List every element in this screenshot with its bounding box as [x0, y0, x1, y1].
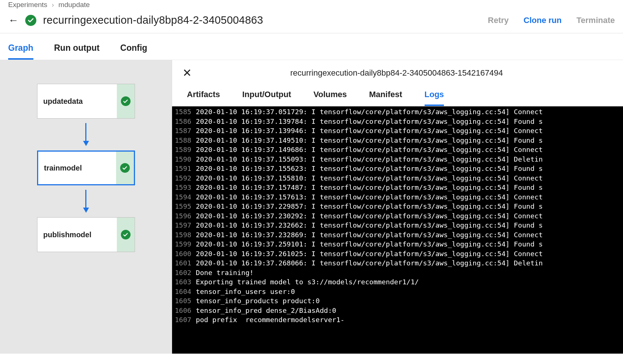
log-viewer[interactable]: 15852020-01-10 16:19:37.051729: I tensor… [172, 106, 623, 354]
log-line-number: 1588 [172, 136, 196, 145]
graph-node-updatedata[interactable]: updatedata [37, 84, 135, 119]
check-icon [121, 230, 131, 239]
log-line-number: 1599 [172, 239, 196, 249]
log-line: 15852020-01-10 16:19:37.051729: I tensor… [172, 107, 623, 117]
panel-title: recurringexecution-daily8bp84-2-34050048… [192, 68, 613, 78]
graph-node-label: trainmodel [38, 152, 116, 184]
log-line: 1607pod prefix recommendermodelserver1- [172, 315, 623, 325]
log-line-text: 2020-01-10 16:19:37.155810: I tensorflow… [196, 173, 623, 183]
log-line-text: pod prefix recommendermodelserver1- [196, 315, 623, 325]
log-line: 15922020-01-10 16:19:37.155810: I tensor… [172, 173, 623, 183]
breadcrumb: Experiments › mdupdate [8, 0, 615, 9]
log-line-number: 1603 [172, 277, 196, 287]
log-line: 1603Exporting trained model to s3://mode… [172, 277, 623, 287]
log-line: 16012020-01-10 16:19:37.268066: I tensor… [172, 258, 623, 268]
tab-run-output[interactable]: Run output [54, 43, 100, 60]
log-line: 15982020-01-10 16:19:37.232869: I tensor… [172, 230, 623, 240]
log-line-text: 2020-01-10 16:19:37.230292: I tensorflow… [196, 211, 623, 221]
log-line-text: 2020-01-10 16:19:37.157487: I tensorflow… [196, 183, 623, 192]
log-line-number: 1605 [172, 296, 196, 306]
log-line-text: Done training! [196, 268, 623, 278]
graph-node-status [117, 218, 135, 252]
log-line-text: 2020-01-10 16:19:37.232869: I tensorflow… [196, 230, 623, 240]
log-line: 15882020-01-10 16:19:37.149510: I tensor… [172, 136, 623, 145]
log-line: 15872020-01-10 16:19:37.139946: I tensor… [172, 126, 623, 136]
log-line: 1606tensor_info_pred dense_2/BiasAdd:0 [172, 306, 623, 315]
log-line: 15942020-01-10 16:19:37.157613: I tensor… [172, 192, 623, 202]
log-line: 15892020-01-10 16:19:37.149686: I tensor… [172, 145, 623, 155]
check-icon [120, 163, 130, 173]
clone-run-button[interactable]: Clone run [524, 16, 562, 25]
log-line-text: Exporting trained model to s3://models/r… [196, 277, 623, 287]
log-line: 15912020-01-10 16:19:37.155623: I tensor… [172, 164, 623, 173]
log-line-text: tensor_info_products product:0 [196, 296, 623, 306]
log-line-text: tensor_info_users user:0 [196, 287, 623, 297]
log-line-number: 1587 [172, 126, 196, 136]
log-line-number: 1604 [172, 287, 196, 297]
log-line: 16002020-01-10 16:19:37.261025: I tensor… [172, 249, 623, 259]
log-line-text: 2020-01-10 16:19:37.259101: I tensorflow… [196, 239, 623, 249]
panel-tabs: Artifacts Input/Output Volumes Manifest … [172, 82, 623, 106]
header-actions: Retry Clone run Terminate [488, 16, 615, 25]
log-line-number: 1586 [172, 117, 196, 126]
graph-node-publishmodel[interactable]: publishmodel [37, 217, 135, 252]
graph-node-trainmodel[interactable]: trainmodel [37, 150, 135, 185]
tab-input-output[interactable]: Input/Output [242, 90, 291, 106]
tab-logs[interactable]: Logs [425, 90, 444, 106]
status-success-icon [25, 15, 36, 26]
log-line-number: 1591 [172, 164, 196, 173]
log-line-text: 2020-01-10 16:19:37.229857: I tensorflow… [196, 202, 623, 211]
log-line-text: 2020-01-10 16:19:37.261025: I tensorflow… [196, 249, 623, 259]
log-line-text: 2020-01-10 16:19:37.232662: I tensorflow… [196, 221, 623, 230]
log-line-number: 1594 [172, 192, 196, 202]
log-line-number: 1596 [172, 211, 196, 221]
tab-volumes[interactable]: Volumes [313, 90, 347, 106]
tab-artifacts[interactable]: Artifacts [187, 90, 220, 106]
log-line-number: 1601 [172, 258, 196, 268]
log-line-number: 1585 [172, 107, 196, 117]
graph-node-status [116, 152, 134, 184]
log-line: 15952020-01-10 16:19:37.229857: I tensor… [172, 202, 623, 211]
log-line-number: 1589 [172, 145, 196, 155]
log-line-number: 1598 [172, 230, 196, 240]
log-line: 1602Done training! [172, 268, 623, 278]
log-line-text: 2020-01-10 16:19:37.268066: I tensorflow… [196, 258, 623, 268]
log-line-number: 1602 [172, 268, 196, 278]
retry-button[interactable]: Retry [488, 16, 509, 25]
log-line-text: 2020-01-10 16:19:37.149686: I tensorflow… [196, 145, 623, 155]
graph-node-label: updatedata [37, 84, 117, 118]
log-line-number: 1595 [172, 202, 196, 211]
log-line: 15962020-01-10 16:19:37.230292: I tensor… [172, 211, 623, 221]
graph-node-label: publishmodel [37, 218, 117, 252]
pipeline-graph[interactable]: updatedatatrainmodelpublishmodel [0, 60, 172, 354]
log-line: 15862020-01-10 16:19:37.139784: I tensor… [172, 117, 623, 126]
log-line-number: 1593 [172, 183, 196, 192]
graph-edge [83, 123, 89, 146]
breadcrumb-current[interactable]: mdupdate [59, 1, 90, 9]
log-line: 15902020-01-10 16:19:37.155093: I tensor… [172, 155, 623, 164]
log-line-text: 2020-01-10 16:19:37.157613: I tensorflow… [196, 192, 623, 202]
log-line: 1604tensor_info_users user:0 [172, 287, 623, 297]
log-line-text: 2020-01-10 16:19:37.149510: I tensorflow… [196, 136, 623, 145]
log-line-text: tensor_info_pred dense_2/BiasAdd:0 [196, 306, 623, 315]
log-line: 15992020-01-10 16:19:37.259101: I tensor… [172, 239, 623, 249]
back-arrow-icon[interactable]: ← [8, 15, 19, 26]
log-line-number: 1590 [172, 155, 196, 164]
check-icon [121, 96, 131, 106]
breadcrumb-root[interactable]: Experiments [8, 1, 47, 9]
log-line: 15932020-01-10 16:19:37.157487: I tensor… [172, 183, 623, 192]
terminate-button[interactable]: Terminate [576, 16, 615, 25]
log-line-number: 1597 [172, 221, 196, 230]
tab-graph[interactable]: Graph [8, 43, 33, 60]
tab-manifest[interactable]: Manifest [369, 90, 402, 106]
log-line: 15972020-01-10 16:19:37.232662: I tensor… [172, 221, 623, 230]
tab-config[interactable]: Config [120, 43, 147, 60]
run-tabs: Graph Run output Config [0, 33, 623, 60]
page-title: recurringexecution-daily8bp84-2-34050048… [43, 14, 263, 26]
log-line-number: 1600 [172, 249, 196, 259]
chevron-right-icon: › [52, 1, 54, 9]
log-line-text: 2020-01-10 16:19:37.155623: I tensorflow… [196, 164, 623, 173]
close-icon[interactable]: ✕ [182, 67, 192, 79]
log-line-text: 2020-01-10 16:19:37.155093: I tensorflow… [196, 155, 623, 164]
log-line-number: 1607 [172, 315, 196, 325]
